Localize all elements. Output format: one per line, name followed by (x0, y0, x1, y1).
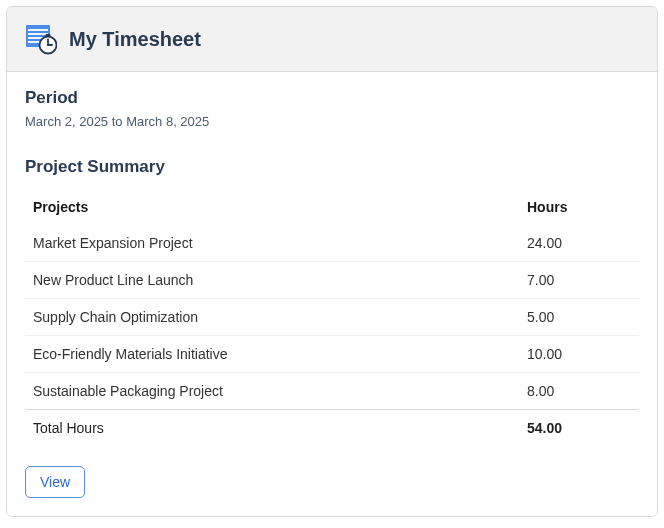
actions-bar: View (25, 466, 639, 498)
hours-cell: 5.00 (519, 299, 639, 336)
card-body: Period March 2, 2025 to March 8, 2025 Pr… (7, 72, 657, 516)
table-row: Sustainable Packaging Project 8.00 (25, 373, 639, 410)
period-text: March 2, 2025 to March 8, 2025 (25, 114, 639, 129)
col-projects: Projects (25, 189, 519, 225)
view-button[interactable]: View (25, 466, 85, 498)
total-label: Total Hours (25, 410, 519, 447)
svg-rect-1 (28, 29, 48, 31)
table-row: New Product Line Launch 7.00 (25, 262, 639, 299)
hours-cell: 7.00 (519, 262, 639, 299)
total-row: Total Hours 54.00 (25, 410, 639, 447)
table-row: Market Expansion Project 24.00 (25, 225, 639, 262)
timesheet-card: My Timesheet Period March 2, 2025 to Mar… (6, 6, 658, 517)
period-heading: Period (25, 88, 639, 108)
table-row: Supply Chain Optimization 5.00 (25, 299, 639, 336)
total-hours: 54.00 (519, 410, 639, 447)
hours-cell: 10.00 (519, 336, 639, 373)
card-header: My Timesheet (7, 7, 657, 72)
project-cell: New Product Line Launch (25, 262, 519, 299)
hours-cell: 24.00 (519, 225, 639, 262)
hours-cell: 8.00 (519, 373, 639, 410)
project-cell: Supply Chain Optimization (25, 299, 519, 336)
svg-rect-8 (46, 34, 51, 36)
summary-heading: Project Summary (25, 157, 639, 177)
card-title: My Timesheet (69, 28, 201, 51)
timesheet-icon (25, 23, 57, 55)
summary-table: Projects Hours Market Expansion Project … (25, 189, 639, 446)
project-cell: Sustainable Packaging Project (25, 373, 519, 410)
svg-rect-2 (28, 33, 48, 35)
project-cell: Eco-Friendly Materials Initiative (25, 336, 519, 373)
project-cell: Market Expansion Project (25, 225, 519, 262)
table-row: Eco-Friendly Materials Initiative 10.00 (25, 336, 639, 373)
col-hours: Hours (519, 189, 639, 225)
